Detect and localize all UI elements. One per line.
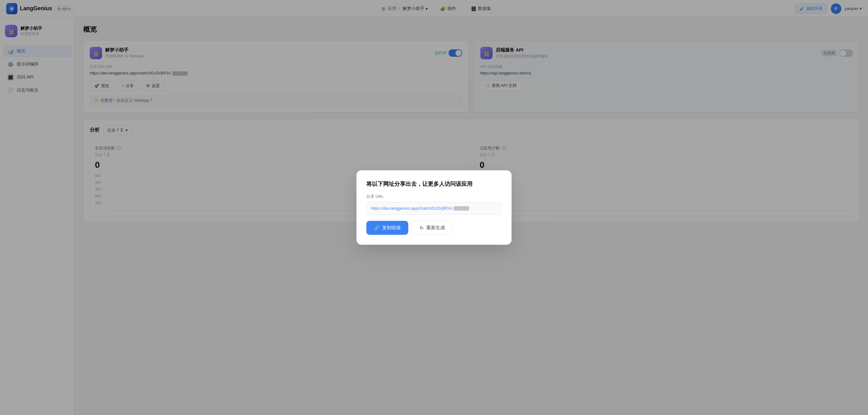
copy-link-button[interactable]: 🔗 复制链接	[366, 221, 408, 235]
modal-overlay[interactable]: 将以下网址分享出去，让更多人访问该应用 分享 URL https://dev.l…	[0, 0, 868, 415]
modal-url-blur	[454, 206, 469, 211]
modal-url-text: https://dev.langgenius.app/chat/sVEzSVjR…	[371, 206, 452, 211]
modal-url-box: https://dev.langgenius.app/chat/sVEzSVjR…	[366, 202, 502, 215]
regen-label: 重新生成	[426, 225, 445, 231]
modal-actions: 🔗 复制链接 ↻ 重新生成	[366, 221, 502, 235]
modal-title: 将以下网址分享出去，让更多人访问该应用	[366, 180, 502, 188]
link-icon: 🔗	[374, 225, 380, 231]
refresh-icon: ↻	[420, 225, 424, 231]
share-modal: 将以下网址分享出去，让更多人访问该应用 分享 URL https://dev.l…	[356, 170, 512, 245]
copy-label: 复制链接	[382, 225, 401, 231]
modal-url-label: 分享 URL	[366, 194, 502, 199]
regen-button[interactable]: ↻ 重新生成	[412, 221, 453, 235]
